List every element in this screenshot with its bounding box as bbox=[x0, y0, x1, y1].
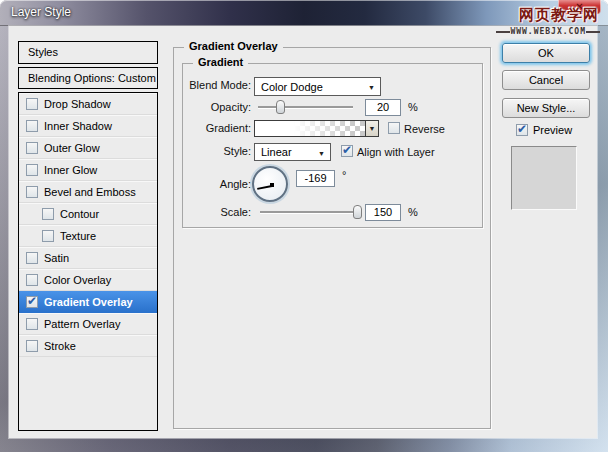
style-list-item[interactable]: Satin bbox=[19, 247, 157, 269]
preview-thumbnail bbox=[511, 146, 577, 210]
blend-mode-select[interactable]: Color Dodge ▼ bbox=[254, 77, 381, 96]
style-item-checkbox[interactable] bbox=[26, 318, 38, 330]
style-list-item[interactable]: Texture bbox=[19, 225, 157, 247]
opacity-slider[interactable] bbox=[258, 106, 353, 108]
style-list-item[interactable]: Gradient Overlay bbox=[19, 291, 157, 313]
reverse-label: Reverse bbox=[404, 123, 445, 135]
scale-slider-thumb[interactable] bbox=[353, 205, 362, 219]
style-list-item[interactable]: Inner Shadow bbox=[19, 115, 157, 137]
style-item-checkbox[interactable] bbox=[26, 252, 38, 264]
style-item-label: Inner Glow bbox=[44, 164, 97, 176]
watermark-site-url: WWW.WEBJX.COM bbox=[496, 27, 600, 36]
scale-unit: % bbox=[408, 206, 418, 218]
angle-unit: ° bbox=[342, 169, 346, 181]
style-item-checkbox[interactable] bbox=[26, 186, 38, 198]
styles-list: Drop Shadow Inner Shadow Outer Glow Inne… bbox=[18, 92, 158, 431]
align-with-layer-label: Align with Layer bbox=[357, 146, 435, 158]
style-label: Style: bbox=[171, 145, 251, 157]
style-item-label: Contour bbox=[60, 208, 99, 220]
style-item-checkbox[interactable] bbox=[26, 120, 38, 132]
style-item-label: Color Overlay bbox=[44, 274, 111, 286]
style-item-checkbox[interactable] bbox=[26, 142, 38, 154]
chevron-down-icon: ▼ bbox=[368, 84, 375, 91]
style-list-item[interactable]: Inner Glow bbox=[19, 159, 157, 181]
cancel-button[interactable]: Cancel bbox=[502, 70, 590, 90]
style-item-checkbox[interactable] bbox=[42, 208, 54, 220]
opacity-label: Opacity: bbox=[171, 101, 251, 113]
reverse-checkbox[interactable] bbox=[388, 122, 400, 134]
preview-label: Preview bbox=[533, 124, 572, 136]
gradient-preview[interactable] bbox=[255, 121, 365, 136]
opacity-slider-thumb[interactable] bbox=[276, 100, 285, 114]
style-item-checkbox[interactable] bbox=[26, 274, 38, 286]
scale-label: Scale: bbox=[171, 206, 251, 218]
style-item-label: Pattern Overlay bbox=[44, 318, 120, 330]
style-item-label: Outer Glow bbox=[44, 142, 100, 154]
gradient-swatch[interactable]: ▼ bbox=[254, 120, 379, 137]
style-list-item[interactable]: Pattern Overlay bbox=[19, 313, 157, 335]
style-item-label: Stroke bbox=[44, 340, 76, 352]
style-item-label: Inner Shadow bbox=[44, 120, 112, 132]
gradient-picker-button[interactable]: ▼ bbox=[365, 121, 378, 136]
angle-label: Angle: bbox=[171, 178, 251, 190]
titlebar[interactable]: Layer Style bbox=[0, 0, 608, 26]
preview-checkbox[interactable] bbox=[516, 124, 528, 136]
ok-button[interactable]: OK bbox=[502, 43, 590, 63]
style-select[interactable]: Linear ▼ bbox=[254, 143, 331, 161]
section-title: Gradient Overlay bbox=[184, 40, 283, 52]
style-item-label: Bevel and Emboss bbox=[44, 186, 136, 198]
angle-dial[interactable] bbox=[252, 166, 288, 202]
layer-style-window: Layer Style ✕ 网页教学网 WWW.WEBJX.COM Styles… bbox=[0, 0, 608, 452]
style-item-label: Texture bbox=[60, 230, 96, 242]
style-item-label: Satin bbox=[44, 252, 69, 264]
gradient-label: Gradient: bbox=[171, 122, 251, 134]
angle-input[interactable]: -169 bbox=[296, 170, 335, 187]
scale-slider[interactable] bbox=[260, 211, 361, 213]
style-item-checkbox[interactable] bbox=[26, 98, 38, 110]
style-list-item[interactable]: Drop Shadow bbox=[19, 93, 157, 115]
watermark-rule-left bbox=[496, 31, 510, 33]
blending-options-item[interactable]: Blending Options: Custom bbox=[18, 67, 158, 89]
watermark-site-name: 网页教学网 bbox=[519, 6, 599, 25]
style-list-item[interactable]: Color Overlay bbox=[19, 269, 157, 291]
dialog-client-area: Styles Blending Options: Custom Drop Sha… bbox=[9, 26, 597, 438]
style-item-checkbox[interactable] bbox=[42, 230, 54, 242]
style-item-checkbox[interactable] bbox=[26, 296, 38, 308]
group-title: Gradient bbox=[193, 56, 248, 68]
angle-center-dot bbox=[270, 183, 274, 187]
blend-mode-label: Blend Mode: bbox=[171, 79, 251, 91]
new-style-button[interactable]: New Style... bbox=[502, 98, 590, 118]
window-title: Layer Style bbox=[11, 5, 71, 19]
style-list-item[interactable]: Stroke bbox=[19, 335, 157, 357]
style-list-item[interactable]: Outer Glow bbox=[19, 137, 157, 159]
opacity-input[interactable]: 20 bbox=[365, 99, 401, 116]
opacity-unit: % bbox=[408, 101, 418, 113]
style-item-label: Drop Shadow bbox=[44, 98, 111, 110]
scale-input[interactable]: 150 bbox=[365, 204, 401, 221]
watermark-rule-right bbox=[586, 31, 600, 33]
style-item-checkbox[interactable] bbox=[26, 164, 38, 176]
style-item-label: Gradient Overlay bbox=[44, 296, 133, 308]
style-list-item[interactable]: Contour bbox=[19, 203, 157, 225]
style-item-checkbox[interactable] bbox=[26, 340, 38, 352]
styles-panel-header: Styles bbox=[18, 41, 158, 64]
align-with-layer-checkbox[interactable] bbox=[341, 145, 353, 157]
style-list-item[interactable]: Bevel and Emboss bbox=[19, 181, 157, 203]
chevron-down-icon: ▼ bbox=[318, 149, 325, 156]
